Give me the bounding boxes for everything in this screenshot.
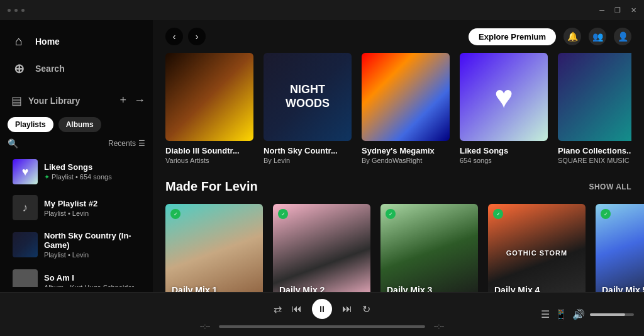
library-add-button[interactable]: + xyxy=(118,92,128,108)
diablo-thumb xyxy=(165,53,253,141)
volume-bar[interactable] xyxy=(590,313,634,316)
sydney-title: Sydney's Megamix xyxy=(362,146,450,155)
northsky-info: North Sky Country (In-Game) Playlist • L… xyxy=(44,231,140,259)
sidebar-nav: ⌂ Home ⊕ Search xyxy=(0,25,153,85)
northsky-meta: Playlist • Levin xyxy=(44,251,140,259)
liked-songs-card-thumb: ♥ xyxy=(460,53,548,141)
album-card[interactable]: NIGHTWOODS North Sky Countr... By Levin xyxy=(264,53,352,164)
diablo-subtitle: Various Artists xyxy=(165,157,253,164)
dm5-badge: ✓ xyxy=(601,209,611,219)
library-search-icon[interactable]: 🔍 xyxy=(8,138,18,148)
dm2-thumb: ✓ Daily Mix 2 xyxy=(273,204,370,292)
next-button[interactable]: ⏭ xyxy=(342,303,352,315)
list-item[interactable]: ♥ Liked Songs ✦ Playlist • 654 songs xyxy=(5,154,148,189)
previous-button[interactable]: ⏮ xyxy=(292,303,302,315)
titlebar: ─ ❐ ✕ xyxy=(0,0,644,20)
content-body: Diablo III Soundtr... Various Artists NI… xyxy=(153,53,644,292)
titlebar-dots xyxy=(8,9,25,12)
notification-icon[interactable]: 🔔 xyxy=(564,28,581,45)
volume-icon[interactable]: 🔊 xyxy=(572,308,585,320)
my-playlist-meta: Playlist • Levin xyxy=(44,210,97,217)
main-content: ‹ › Explore Premium 🔔 👥 👤 Diablo III Sou… xyxy=(153,20,644,292)
shuffle-button[interactable]: ⇄ xyxy=(274,303,282,315)
daily-mix-card[interactable]: ✓ Daily Mix 5 Daily Mix 5 Darren Korb, C… xyxy=(596,204,644,292)
daily-mix-card[interactable]: ✓ Daily Mix 1 Daily Mix 1 Josh Whelchel,… xyxy=(165,204,263,292)
so-am-i-meta: Album • Kurt Hugo Schneider xyxy=(44,284,134,288)
volume-fill xyxy=(590,313,625,316)
nav-forward-button[interactable]: › xyxy=(188,28,206,45)
daily-mix-card[interactable]: ✓ Daily Mix 2 Daily Mix 2 ROZEN, Nobuo U… xyxy=(273,204,370,292)
dm1-badge: ✓ xyxy=(170,209,180,219)
sidebar: ⌂ Home ⊕ Search ▤ Your Library + → Playl… xyxy=(0,20,153,292)
total-time: --:-- xyxy=(430,323,448,330)
daily-mix-card[interactable]: ✓ Daily Mix 3 Daily Mix 3 Darren Ang, Mi… xyxy=(380,204,478,292)
profile-icon[interactable]: 👤 xyxy=(614,28,631,45)
dm4-label: Daily Mix 4 xyxy=(494,285,540,292)
liked-songs-name: Liked Songs xyxy=(44,162,112,172)
list-item[interactable]: North Sky Country (In-Game) Playlist • L… xyxy=(5,226,148,264)
filter-row: Playlists Albums xyxy=(0,113,153,136)
playback-controls: ⇄ ⏮ ⏸ ⏭ ↻ xyxy=(274,299,370,319)
liked-songs-card-title: Liked Songs xyxy=(460,146,548,155)
dm3-label: Daily Mix 3 xyxy=(387,285,432,292)
library-search-row: 🔍 Recents ☰ xyxy=(0,136,153,151)
liked-songs-card-subtitle: 654 songs xyxy=(460,157,548,164)
sidebar-item-search[interactable]: ⊕ Search xyxy=(5,55,148,82)
dm3-thumb: ✓ Daily Mix 3 xyxy=(380,204,478,292)
nav-arrows: ‹ › xyxy=(165,28,206,45)
daily-mix-card[interactable]: ✓ GOTHIC STORM Daily Mix 4 Daily Mix 4 G… xyxy=(488,204,586,292)
library-expand-button[interactable]: → xyxy=(133,92,147,108)
liked-green-icon: ✦ xyxy=(44,173,52,181)
liked-songs-info: Liked Songs ✦ Playlist • 654 songs xyxy=(44,162,112,181)
piano-thumb xyxy=(558,53,631,141)
queue-button[interactable]: ☰ xyxy=(541,308,550,320)
minimize-button[interactable]: ─ xyxy=(599,6,604,14)
dm4-thumb: ✓ GOTHIC STORM Daily Mix 4 xyxy=(488,204,586,292)
piano-subtitle: SQUARE ENIX MUSIC xyxy=(558,157,631,164)
recents-label[interactable]: Recents ☰ xyxy=(108,139,145,148)
nav-back-button[interactable]: ‹ xyxy=(165,28,183,45)
progress-bar[interactable] xyxy=(219,325,425,328)
search-icon: ⊕ xyxy=(11,61,26,76)
play-pause-button[interactable]: ⏸ xyxy=(312,299,332,319)
close-button[interactable]: ✕ xyxy=(631,6,636,14)
library-title: Your Library xyxy=(28,96,80,106)
home-icon: ⌂ xyxy=(11,34,26,48)
list-item[interactable]: So Am I Album • Kurt Hugo Schneider xyxy=(5,264,148,287)
explore-premium-button[interactable]: Explore Premium xyxy=(469,28,556,45)
so-am-i-name: So Am I xyxy=(44,273,134,283)
album-card[interactable]: Sydney's Megamix By GendoWasRight xyxy=(362,53,450,164)
album-card[interactable]: Piano Collections... SQUARE ENIX MUSIC xyxy=(558,53,631,164)
album-card[interactable]: Diablo III Soundtr... Various Artists xyxy=(165,53,253,164)
list-item[interactable]: ♪ My Playlist #2 Playlist • Levin xyxy=(5,190,148,225)
show-all-button[interactable]: Show all xyxy=(589,182,631,191)
recents-sort-icon: ☰ xyxy=(138,139,145,148)
library-title-row: ▤ Your Library xyxy=(11,94,80,108)
my-playlist-thumb: ♪ xyxy=(13,195,38,220)
dm4-badge: ✓ xyxy=(493,209,503,219)
repeat-button[interactable]: ↻ xyxy=(362,303,370,315)
dm2-badge: ✓ xyxy=(278,209,288,219)
northsky-thumb xyxy=(13,232,38,257)
playback-bar: ⇄ ⏮ ⏸ ⏭ ↻ --:-- --:-- ☰ 📱 🔊 xyxy=(0,292,644,336)
library-icon: ▤ xyxy=(11,94,22,108)
diablo-title: Diablo III Soundtr... xyxy=(165,146,253,155)
playlist-list: ♥ Liked Songs ✦ Playlist • 654 songs ♪ M… xyxy=(0,154,153,287)
sydney-subtitle: By GendoWasRight xyxy=(362,157,450,164)
devices-button[interactable]: 📱 xyxy=(555,308,567,320)
album-card[interactable]: ♥ Liked Songs 654 songs xyxy=(460,53,548,164)
dm5-thumb: ✓ Daily Mix 5 xyxy=(596,204,644,292)
top-cards-row: Diablo III Soundtr... Various Artists NI… xyxy=(165,53,631,164)
piano-title: Piano Collections... xyxy=(558,146,631,155)
dm5-label: Daily Mix 5 xyxy=(602,285,644,292)
sidebar-item-home[interactable]: ⌂ Home xyxy=(5,28,148,55)
filter-albums-button[interactable]: Albums xyxy=(58,117,101,132)
northsky-card-title: North Sky Countr... xyxy=(264,146,352,155)
northsky-card-thumb: NIGHTWOODS xyxy=(264,53,352,141)
filter-playlists-button[interactable]: Playlists xyxy=(8,117,53,132)
titlebar-dot-3 xyxy=(21,9,25,12)
maximize-button[interactable]: ❐ xyxy=(614,6,621,14)
daily-mix-cards: ✓ Daily Mix 1 Daily Mix 1 Josh Whelchel,… xyxy=(165,204,631,292)
titlebar-dot-1 xyxy=(8,9,11,12)
friends-icon[interactable]: 👥 xyxy=(589,28,606,45)
